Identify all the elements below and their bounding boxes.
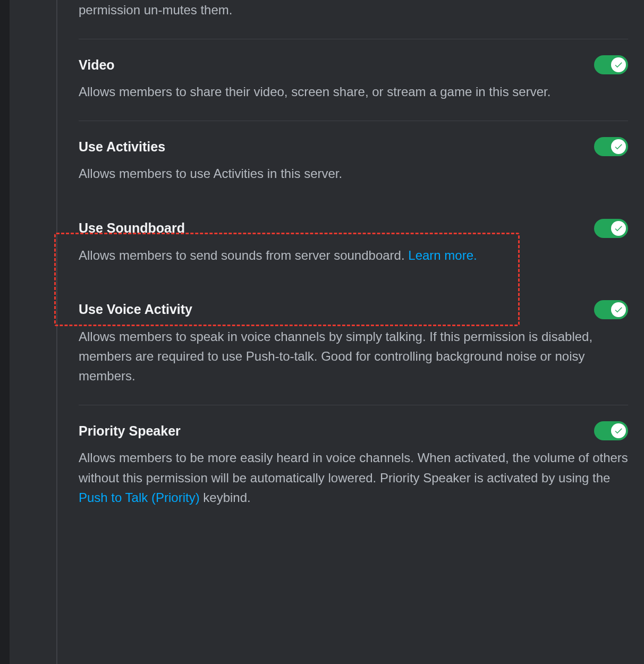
toggle-knob	[611, 302, 626, 317]
toggle-knob	[611, 57, 626, 72]
check-icon	[614, 142, 623, 151]
push-to-talk-link[interactable]: Push to Talk (Priority)	[79, 490, 200, 505]
toggle-knob	[611, 221, 626, 236]
check-icon	[614, 305, 623, 314]
permission-title: Video	[79, 57, 115, 73]
toggle-knob	[611, 139, 626, 154]
permission-title: Use Activities	[79, 139, 165, 155]
permission-header: Use Soundboard	[79, 219, 628, 238]
permission-priority-speaker: Priority Speaker Allows members to be mo…	[79, 405, 628, 526]
sidebar-divider	[56, 0, 57, 664]
permission-title: Use Soundboard	[79, 220, 185, 236]
toggle-activities[interactable]	[594, 137, 628, 156]
check-icon	[614, 60, 623, 70]
permission-desc-suffix: keybind.	[200, 490, 251, 505]
permission-soundboard: Use Soundboard Allows members to send so…	[79, 203, 628, 284]
permission-header: Use Activities	[79, 137, 628, 156]
check-icon	[614, 224, 623, 233]
permission-desc: permission un-mutes them.	[79, 0, 628, 20]
permission-desc-text: Allows members to be more easily heard i…	[79, 450, 628, 484]
permission-desc-text: Allows members to send sounds from serve…	[79, 248, 408, 262]
permission-header: Video	[79, 55, 628, 74]
toggle-knob	[611, 423, 626, 438]
permission-desc: Allows members to send sounds from serve…	[79, 245, 628, 265]
permission-video: Video Allows members to share their vide…	[79, 39, 628, 121]
toggle-soundboard[interactable]	[594, 219, 628, 238]
permission-title: Use Voice Activity	[79, 302, 192, 317]
permission-voice-activity: Use Voice Activity Allows members to spe…	[79, 284, 628, 405]
permission-title: Priority Speaker	[79, 423, 181, 439]
permission-header: Use Voice Activity	[79, 300, 628, 319]
permission-desc: Allows members to speak in voice channel…	[79, 327, 628, 386]
app-left-rail	[0, 0, 10, 664]
check-icon	[614, 426, 623, 436]
permission-header: Priority Speaker	[79, 421, 628, 440]
permissions-panel: permission un-mutes them. Video Allows m…	[79, 0, 628, 526]
learn-more-link[interactable]: Learn more.	[408, 248, 477, 262]
toggle-priority-speaker[interactable]	[594, 421, 628, 440]
permission-desc: Allows members to be more easily heard i…	[79, 448, 628, 507]
permission-desc: Allows members to use Activities in this…	[79, 164, 628, 183]
permission-activities: Use Activities Allows members to use Act…	[79, 121, 628, 202]
permission-desc: Allows members to share their video, scr…	[79, 82, 628, 101]
toggle-voice-activity[interactable]	[594, 300, 628, 319]
toggle-video[interactable]	[594, 55, 628, 74]
permission-speak-partial: permission un-mutes them.	[79, 0, 628, 39]
